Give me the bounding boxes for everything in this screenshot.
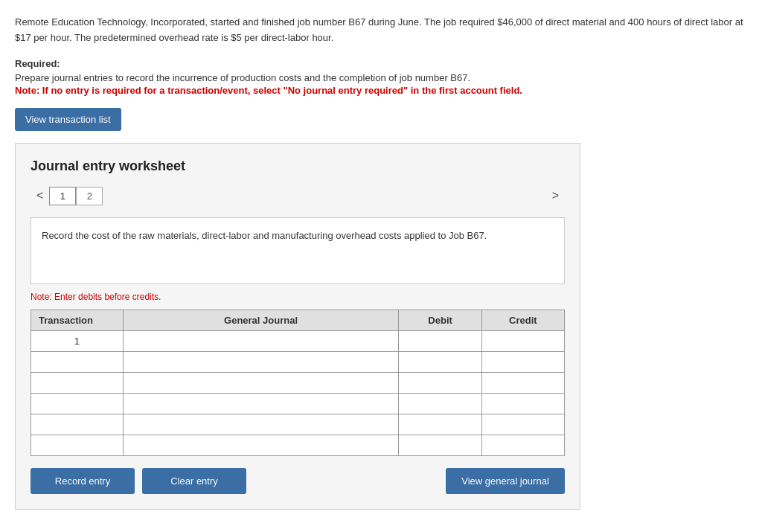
view-transaction-list-button[interactable]: View transaction list: [15, 108, 121, 131]
credit-input-6[interactable]: [482, 435, 564, 455]
pagination-next-chevron[interactable]: >: [546, 186, 565, 205]
gj-input-5[interactable]: [124, 414, 399, 435]
debit-cell-4[interactable]: [399, 394, 481, 414]
transaction-cell-6: [31, 435, 124, 456]
credit-cell-2[interactable]: [481, 352, 564, 373]
credit-input-1[interactable]: [482, 331, 564, 351]
journal-table: Transaction General Journal Debit Credit…: [31, 310, 565, 456]
pagination-row: < 1 2 >: [31, 186, 565, 205]
general-journal-cell-3[interactable]: [123, 373, 399, 394]
clear-entry-button[interactable]: Clear entry: [142, 468, 246, 494]
credit-cell-5[interactable]: [481, 414, 564, 435]
credit-header: Credit: [481, 310, 564, 331]
debit-input-6[interactable]: [399, 435, 481, 455]
intro-paragraph: Remote Education Technology, Incorporate…: [15, 15, 744, 46]
record-entry-button[interactable]: Record entry: [31, 468, 135, 494]
entry-description-text: Record the cost of the raw materials, di…: [42, 230, 487, 241]
debit-cell-6[interactable]: [399, 435, 481, 456]
page-1-box[interactable]: 1: [49, 187, 76, 205]
credit-input-2[interactable]: [482, 352, 564, 372]
journal-entry-worksheet: Journal entry worksheet < 1 2 > Record t…: [15, 143, 580, 510]
debit-input-3[interactable]: [399, 373, 481, 393]
transaction-cell-1: 1: [31, 331, 124, 352]
transaction-header: Transaction: [31, 310, 124, 331]
debit-header: Debit: [399, 310, 481, 331]
credit-cell-1[interactable]: [481, 331, 564, 352]
general-journal-cell-6[interactable]: [123, 435, 399, 456]
required-body: Prepare journal entries to record the in…: [15, 71, 747, 86]
credit-input-4[interactable]: [482, 394, 564, 414]
transaction-cell-5: [31, 414, 124, 435]
debits-before-credits-note: Note: Enter debits before credits.: [31, 292, 565, 302]
credit-cell-6[interactable]: [481, 435, 564, 456]
general-journal-cell-4[interactable]: [123, 394, 399, 414]
required-section: Required: Prepare journal entries to rec…: [15, 58, 747, 97]
page-2-box[interactable]: 2: [76, 187, 103, 205]
debit-input-2[interactable]: [399, 352, 481, 372]
transaction-cell-3: [31, 373, 124, 394]
action-buttons-row: Record entry Clear entry View general jo…: [31, 468, 565, 494]
credit-cell-4[interactable]: [481, 394, 564, 414]
debit-input-5[interactable]: [399, 414, 481, 435]
gj-input-1[interactable]: [124, 331, 399, 351]
table-row: [31, 414, 565, 435]
debit-cell-2[interactable]: [399, 352, 481, 373]
debit-cell-5[interactable]: [399, 414, 481, 435]
credit-input-5[interactable]: [482, 414, 564, 435]
table-row: 1: [31, 331, 565, 352]
credit-input-3[interactable]: [482, 373, 564, 393]
pagination-prev-chevron[interactable]: <: [31, 186, 49, 205]
debit-input-1[interactable]: [399, 331, 481, 351]
credit-cell-3[interactable]: [481, 373, 564, 394]
gj-input-4[interactable]: [124, 394, 399, 414]
view-general-journal-button[interactable]: View general journal: [446, 468, 565, 494]
entry-description-box: Record the cost of the raw materials, di…: [31, 217, 565, 284]
worksheet-title: Journal entry worksheet: [31, 158, 565, 174]
table-row: [31, 394, 565, 414]
gj-input-3[interactable]: [124, 373, 399, 393]
debit-cell-1[interactable]: [399, 331, 481, 352]
general-journal-header: General Journal: [123, 310, 399, 331]
transaction-cell-2: [31, 352, 124, 373]
general-journal-cell-1[interactable]: [123, 331, 399, 352]
debit-input-4[interactable]: [399, 394, 481, 414]
general-journal-cell-5[interactable]: [123, 414, 399, 435]
gj-input-6[interactable]: [124, 435, 399, 455]
gj-input-2[interactable]: [124, 352, 399, 372]
table-row: [31, 435, 565, 456]
table-row: [31, 373, 565, 394]
table-row: [31, 352, 565, 373]
required-note: Note: If no entry is required for a tran…: [15, 85, 747, 96]
required-title: Required:: [15, 58, 747, 69]
debit-cell-3[interactable]: [399, 373, 481, 394]
transaction-cell-4: [31, 394, 124, 414]
general-journal-cell-2[interactable]: [123, 352, 399, 373]
